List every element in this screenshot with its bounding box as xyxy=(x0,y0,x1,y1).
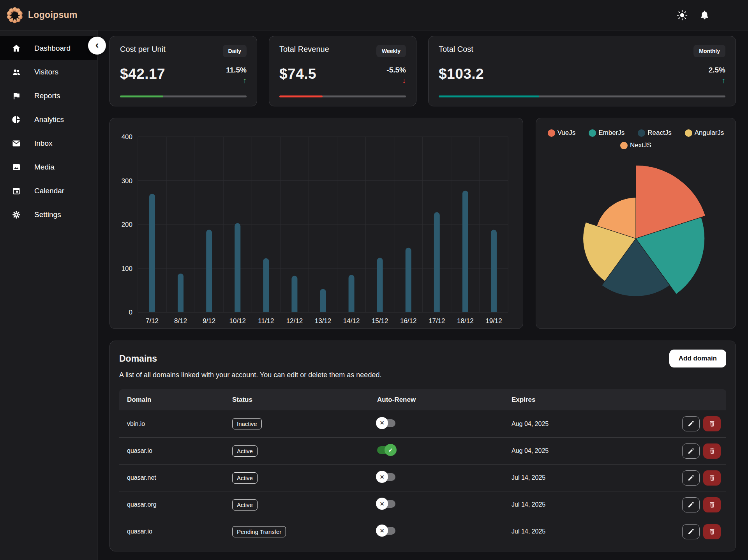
sidebar-item-label: Media xyxy=(34,163,55,171)
stat-card-title: Cost per Unit xyxy=(120,45,166,54)
status-badge: Inactive xyxy=(232,418,262,429)
sidebar-item-inbox[interactable]: Inbox xyxy=(0,131,97,155)
stat-progress-fill xyxy=(439,95,539,97)
trash-icon xyxy=(709,447,716,455)
expires-cell: Jul 14, 2025 xyxy=(503,501,616,508)
auto-renew-cell: ✕ xyxy=(369,527,503,536)
sidebar-item-reports[interactable]: Reports xyxy=(0,84,97,108)
legend-dot xyxy=(685,129,692,137)
stat-card-title: Total Revenue xyxy=(279,45,329,54)
legend-label: AngularJs xyxy=(695,129,724,137)
trash-icon xyxy=(709,420,716,428)
arrow-up-icon: ↑ xyxy=(709,76,725,85)
stat-progress-bar xyxy=(120,95,247,97)
legend-item-emberjs[interactable]: EmberJs xyxy=(589,129,625,137)
x-icon: ✕ xyxy=(376,417,388,429)
delete-button[interactable] xyxy=(703,524,721,539)
status-cell: Pending Transfer xyxy=(224,526,369,537)
bar-9/12 xyxy=(206,230,212,312)
auto-renew-toggle[interactable]: ✕ xyxy=(377,473,395,481)
check-icon: ✓ xyxy=(385,444,397,456)
domain-cell: quasar.io xyxy=(119,528,224,535)
domain-cell: quasar.net xyxy=(119,474,224,481)
sidebar: DashboardVisitorsReportsAnalyticsInboxMe… xyxy=(0,30,97,560)
sidebar-item-visitors[interactable]: Visitors xyxy=(0,60,97,84)
pencil-icon xyxy=(687,447,695,455)
main-content: Cost per UnitDaily$42.1711.5%↑Total Reve… xyxy=(97,30,748,560)
stat-card-value: $103.2 xyxy=(439,66,484,82)
people-icon xyxy=(12,67,21,77)
svg-text:18/12: 18/12 xyxy=(457,317,474,325)
expires-cell: Jul 14, 2025 xyxy=(503,528,616,535)
theme-toggle-button[interactable] xyxy=(677,10,688,21)
stat-card-period-badge[interactable]: Weekly xyxy=(376,45,406,57)
notifications-button[interactable] xyxy=(699,10,710,20)
avatar[interactable] xyxy=(722,6,739,24)
stat-card-period-badge[interactable]: Monthly xyxy=(693,45,725,57)
bar-10/12 xyxy=(235,223,240,312)
stat-card: Total RevenueWeekly$74.5-5.5%↓ xyxy=(269,36,416,106)
edit-button[interactable] xyxy=(682,416,700,431)
pencil-icon xyxy=(687,501,695,509)
legend-row: VueJsEmberJsReactJsAngularJs xyxy=(548,129,724,137)
edit-button[interactable] xyxy=(682,524,700,539)
sidebar-item-label: Analytics xyxy=(34,115,64,124)
edit-button[interactable] xyxy=(682,497,700,512)
auto-renew-cell: ✕ xyxy=(369,473,503,482)
stat-card-change: 11.5%↑ xyxy=(226,66,247,85)
status-cell: Active xyxy=(224,499,369,511)
stat-card-title: Total Cost xyxy=(439,45,473,54)
legend-item-reactjs[interactable]: ReactJs xyxy=(638,129,671,137)
auto-renew-toggle[interactable]: ✕ xyxy=(377,527,395,535)
legend-item-nextjs[interactable]: NextJS xyxy=(620,141,651,149)
svg-text:16/12: 16/12 xyxy=(400,317,417,325)
auto-renew-toggle[interactable]: ✕ xyxy=(377,419,395,427)
sidebar-item-dashboard[interactable]: Dashboard xyxy=(0,36,97,60)
stat-card-period-badge[interactable]: Daily xyxy=(223,45,247,57)
delete-button[interactable] xyxy=(703,443,721,459)
table-header-row: DomainStatusAuto-RenewExpires xyxy=(119,389,726,410)
expires-cell: Aug 04, 2025 xyxy=(503,447,616,454)
sidebar-item-label: Visitors xyxy=(34,68,58,76)
bar-13/12 xyxy=(320,289,326,312)
column-header-domain: Domain xyxy=(119,396,224,404)
gear-icon xyxy=(12,210,21,219)
actions-cell xyxy=(616,524,726,539)
legend-item-vuejs[interactable]: VueJs xyxy=(548,129,576,137)
domains-title: Domains xyxy=(119,353,381,364)
bar-18/12 xyxy=(462,191,468,312)
edit-button[interactable] xyxy=(682,470,700,486)
status-badge: Active xyxy=(232,472,258,484)
domain-cell: vbin.io xyxy=(119,420,224,428)
x-icon: ✕ xyxy=(376,471,388,483)
legend-label: EmberJs xyxy=(598,129,625,137)
image-icon xyxy=(12,163,21,172)
sidebar-item-label: Calendar xyxy=(34,187,64,195)
calendar-icon xyxy=(12,186,21,196)
delete-button[interactable] xyxy=(703,470,721,486)
domain-cell: quasar.org xyxy=(119,501,224,508)
svg-text:15/12: 15/12 xyxy=(372,317,388,325)
expires-cell: Aug 04, 2025 xyxy=(503,420,616,428)
domains-card: Domains A list of all domains linked wit… xyxy=(109,341,736,551)
add-domain-button[interactable]: Add domain xyxy=(669,350,726,367)
brand-name: Logoipsum xyxy=(28,10,78,20)
sidebar-item-settings[interactable]: Settings xyxy=(0,203,97,226)
sidebar-item-analytics[interactable]: Analytics xyxy=(0,108,97,131)
delete-button[interactable] xyxy=(703,497,721,512)
edit-button[interactable] xyxy=(682,443,700,459)
auto-renew-toggle[interactable]: ✓ xyxy=(377,446,395,454)
legend-item-angularjs[interactable]: AngularJs xyxy=(685,129,724,137)
delete-button[interactable] xyxy=(703,416,721,431)
sidebar-item-media[interactable]: Media xyxy=(0,155,97,179)
sidebar-collapse-button[interactable]: ‹ xyxy=(88,37,106,55)
stat-card-change: -5.5%↓ xyxy=(386,66,406,85)
status-badge: Active xyxy=(232,499,258,511)
sidebar-item-calendar[interactable]: Calendar xyxy=(0,179,97,203)
mail-icon xyxy=(12,139,21,148)
auto-renew-toggle[interactable]: ✕ xyxy=(377,500,395,508)
legend-dot xyxy=(548,129,555,137)
chevron-left-icon: ‹ xyxy=(95,40,99,50)
x-icon: ✕ xyxy=(376,498,388,510)
status-cell: Active xyxy=(224,445,369,457)
